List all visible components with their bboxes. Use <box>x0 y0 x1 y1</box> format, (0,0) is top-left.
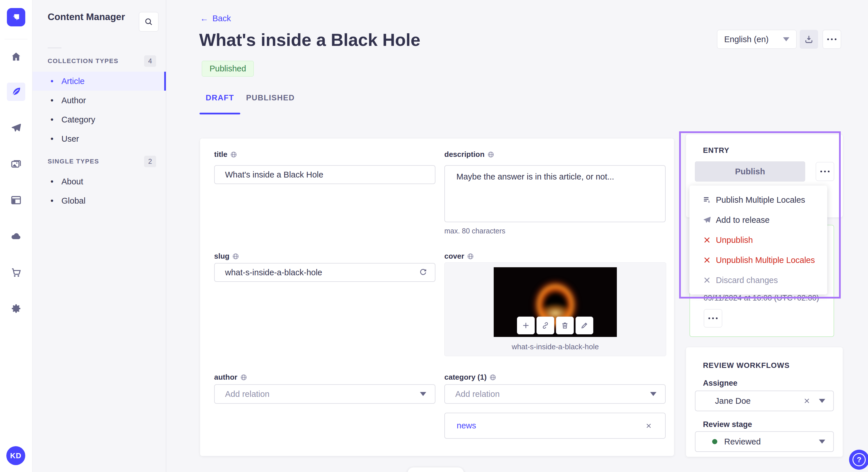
cloud-icon <box>10 231 22 242</box>
menu-item-unpublish-multiple-locales[interactable]: Unpublish Multiple Locales <box>689 250 827 270</box>
cover-image[interactable] <box>494 267 617 337</box>
slug-input-value: what-s-inside-a-black-hole <box>215 268 322 277</box>
cross-icon <box>702 256 712 264</box>
user-avatar[interactable]: KD <box>6 446 25 465</box>
back-label: Back <box>212 14 231 23</box>
assignee-select[interactable]: Jane Doe <box>695 391 834 411</box>
title-input[interactable]: What's inside a Black Hole <box>214 165 435 184</box>
cover-caption: what-s-inside-a-black-hole <box>445 342 666 351</box>
clear-assignee-icon[interactable] <box>803 397 811 405</box>
ellipsis-icon <box>708 317 718 319</box>
download-button[interactable] <box>800 30 818 49</box>
content-manager-subnav: Content Manager COLLECTION TYPES 4 • Art… <box>32 0 166 472</box>
paper-plane-icon <box>10 122 22 134</box>
bullet-icon: • <box>51 180 54 183</box>
chevron-down-icon <box>783 37 789 41</box>
sidebar-item-label: About <box>61 177 83 187</box>
search-button[interactable] <box>139 12 158 32</box>
sidebar-item-user[interactable]: • User <box>32 129 166 148</box>
releases-nav-button[interactable] <box>7 119 25 137</box>
cover-media-card: what-s-inside-a-black-hole <box>444 262 666 356</box>
entry-more-button[interactable] <box>816 162 834 181</box>
bullet-icon: • <box>51 99 54 102</box>
content-manager-nav-button[interactable] <box>7 82 25 101</box>
pencil-icon <box>580 322 588 330</box>
menu-item-add-to-release[interactable]: Add to release <box>689 210 827 230</box>
rail-divider <box>5 39 28 39</box>
field-label-text: slug <box>214 252 229 261</box>
slug-field-label: slug <box>214 252 239 261</box>
active-tab-underline <box>199 113 240 114</box>
sidebar-item-article[interactable]: • Article <box>32 72 166 91</box>
cloud-nav-button[interactable] <box>7 227 25 245</box>
menu-item-unpublish[interactable]: Unpublish <box>689 230 827 250</box>
cross-icon <box>702 236 712 244</box>
bullet-icon: • <box>51 118 54 121</box>
question-mark-icon: ? <box>852 453 866 466</box>
back-link[interactable]: ← Back <box>200 14 231 23</box>
add-media-button[interactable] <box>517 316 535 334</box>
sidebar-item-global[interactable]: • Global <box>32 191 166 210</box>
strapi-logo[interactable] <box>7 8 25 26</box>
chevron-down-icon <box>420 392 426 396</box>
tab-draft[interactable]: DRAFT <box>199 94 240 102</box>
trash-icon <box>561 322 569 330</box>
chevron-down-icon <box>819 440 825 444</box>
remove-relation-icon[interactable] <box>645 422 652 430</box>
stage-status-dot <box>712 439 717 444</box>
bottom-pill[interactable] <box>408 467 464 472</box>
single-types-count-badge: 2 <box>144 156 156 167</box>
globe-icon <box>240 374 247 381</box>
bullet-icon: • <box>51 199 54 202</box>
tab-published[interactable]: PUBLISHED <box>245 94 296 102</box>
cart-icon <box>10 267 22 278</box>
edit-media-button[interactable] <box>576 316 593 334</box>
feather-icon <box>10 86 22 98</box>
review-workflows-heading: REVIEW WORKFLOWS <box>703 361 789 370</box>
menu-item-publish-multiple-locales[interactable]: Publish Multiple Locales <box>689 190 827 210</box>
gear-icon <box>10 303 22 314</box>
sidebar-item-about[interactable]: • About <box>32 172 166 191</box>
collection-types-header: COLLECTION TYPES 4 <box>48 55 156 67</box>
download-icon <box>804 34 814 44</box>
release-more-button[interactable] <box>704 309 722 328</box>
sidebar-item-label: User <box>61 134 79 144</box>
regenerate-icon[interactable] <box>419 268 427 277</box>
marketplace-nav-button[interactable] <box>7 263 25 281</box>
layout-icon <box>10 194 22 206</box>
bullet-icon: • <box>51 137 54 140</box>
media-library-nav-button[interactable] <box>7 155 25 173</box>
home-nav-button[interactable] <box>7 47 25 66</box>
settings-nav-button[interactable] <box>7 299 25 318</box>
content-type-builder-nav-button[interactable] <box>7 191 25 209</box>
delete-media-button[interactable] <box>556 316 574 334</box>
strapi-logo-glyph <box>11 12 21 22</box>
sidebar-item-author[interactable]: • Author <box>32 91 166 110</box>
sidebar-item-label: Author <box>61 96 86 105</box>
description-textarea[interactable]: Maybe the answer is in this article, or … <box>444 165 665 222</box>
category-relation-select[interactable]: Add relation <box>444 384 665 404</box>
menu-item-label: Discard changes <box>716 276 778 285</box>
copy-link-button[interactable] <box>536 316 554 334</box>
assignee-value: Jane Doe <box>715 396 803 406</box>
review-stage-select[interactable]: Reviewed <box>695 431 834 452</box>
ellipsis-icon <box>820 171 830 172</box>
header-more-button[interactable] <box>823 30 841 49</box>
sidebar-item-category[interactable]: • Category <box>32 110 166 129</box>
slug-input[interactable]: what-s-inside-a-black-hole <box>214 263 435 282</box>
locale-select[interactable]: English (en) <box>717 30 797 49</box>
chevron-down-icon <box>819 399 825 403</box>
help-button[interactable]: ? <box>849 450 868 470</box>
title-input-value: What's inside a Black Hole <box>215 170 323 179</box>
edit-form-card: title What's inside a Black Hole descrip… <box>200 138 674 456</box>
relation-link[interactable]: news <box>457 421 476 430</box>
category-placeholder: Add relation <box>445 390 500 399</box>
author-relation-select[interactable]: Add relation <box>214 384 435 404</box>
list-plus-icon <box>702 195 712 204</box>
field-label-text: description <box>444 150 485 159</box>
description-value: Maybe the answer is in this article, or … <box>445 166 614 181</box>
menu-item-discard-changes[interactable]: Discard changes <box>689 270 827 290</box>
search-icon <box>144 17 153 26</box>
paper-plane-icon <box>702 216 712 224</box>
publish-button[interactable]: Publish <box>695 162 805 181</box>
